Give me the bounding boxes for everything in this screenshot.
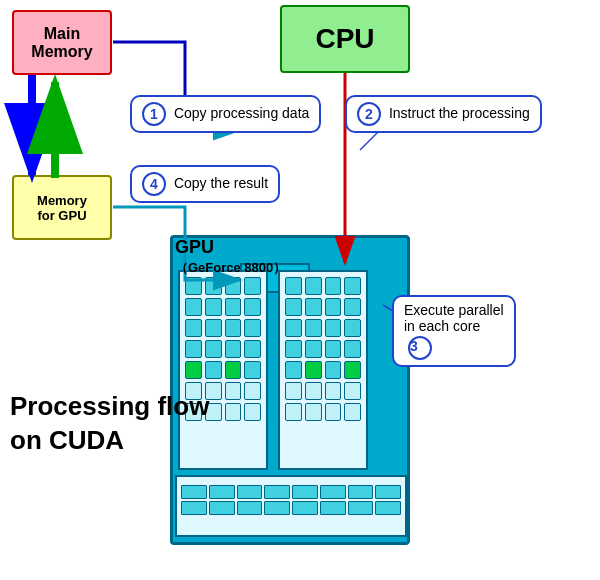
step1-text: Copy processing data xyxy=(174,105,309,121)
bottom-cell xyxy=(181,485,207,499)
core-cell-light xyxy=(344,382,361,400)
bottom-cell xyxy=(209,501,235,515)
core-cell xyxy=(205,277,222,295)
processing-flow-text: Processing flow on CUDA xyxy=(10,390,209,458)
processing-flow-line1: Processing flow xyxy=(10,390,209,424)
core-cell xyxy=(325,298,342,316)
gpu-inner-right xyxy=(278,270,368,470)
bottom-cell xyxy=(292,485,318,499)
core-cell xyxy=(205,340,222,358)
core-cell xyxy=(244,319,261,337)
step-1-circle: 1 xyxy=(142,102,166,126)
bottom-cell xyxy=(264,501,290,515)
core-cell xyxy=(285,298,302,316)
core-cell xyxy=(305,298,322,316)
core-cell-light xyxy=(344,403,361,421)
core-cell-green xyxy=(305,361,322,379)
core-cell xyxy=(185,277,202,295)
core-cell xyxy=(325,361,342,379)
core-cell xyxy=(344,298,361,316)
core-cell xyxy=(225,340,242,358)
step-3-circle: 3 xyxy=(408,336,432,360)
bottom-cell xyxy=(320,485,346,499)
core-cell-light xyxy=(305,382,322,400)
bottom-cell xyxy=(375,501,401,515)
callout-step1: 1 Copy processing data xyxy=(130,95,321,133)
core-cell-light xyxy=(285,382,302,400)
core-cell xyxy=(285,361,302,379)
core-cell-light xyxy=(325,382,342,400)
core-cell xyxy=(185,340,202,358)
core-cell xyxy=(344,340,361,358)
gpu-memory-label: Memoryfor GPU xyxy=(37,193,87,223)
core-cell xyxy=(205,319,222,337)
core-cell xyxy=(205,361,222,379)
core-cell xyxy=(225,298,242,316)
core-cell-light xyxy=(325,403,342,421)
core-cell xyxy=(325,277,342,295)
core-cell xyxy=(325,319,342,337)
step-4-circle: 4 xyxy=(142,172,166,196)
cpu-box: CPU xyxy=(280,5,410,73)
core-cell xyxy=(244,277,261,295)
bottom-cell xyxy=(181,501,207,515)
core-cell xyxy=(325,340,342,358)
core-cell xyxy=(185,319,202,337)
step-2-circle: 2 xyxy=(357,102,381,126)
core-cell xyxy=(305,277,322,295)
bottom-cell xyxy=(375,485,401,499)
step3-text: Execute parallelin each core xyxy=(404,302,504,334)
core-cell xyxy=(285,340,302,358)
core-cell xyxy=(305,340,322,358)
gpu-bottom-area xyxy=(175,475,407,537)
core-cell-green xyxy=(344,361,361,379)
bottom-cell xyxy=(292,501,318,515)
core-cell xyxy=(305,319,322,337)
callout-step2: 2 Instruct the processing xyxy=(345,95,542,133)
core-cell xyxy=(244,298,261,316)
cpu-label: CPU xyxy=(315,23,374,55)
core-cell-light xyxy=(285,403,302,421)
core-cell xyxy=(225,277,242,295)
gpu-memory-box: Memoryfor GPU xyxy=(12,175,112,240)
diagram: Main Memory CPU Memoryfor GPU GPU （GeFor… xyxy=(0,0,600,580)
core-cell xyxy=(225,319,242,337)
bottom-cell xyxy=(209,485,235,499)
core-cell-light xyxy=(244,403,261,421)
core-cell xyxy=(344,319,361,337)
core-cell xyxy=(344,277,361,295)
core-cell-light xyxy=(225,382,242,400)
bottom-cell xyxy=(237,501,263,515)
main-memory-label: Main Memory xyxy=(14,25,110,61)
main-memory-box: Main Memory xyxy=(12,10,112,75)
step2-text: Instruct the processing xyxy=(389,105,530,121)
core-cell xyxy=(244,361,261,379)
core-cell xyxy=(285,277,302,295)
callout-step4: 4 Copy the result xyxy=(130,165,280,203)
core-cell xyxy=(205,298,222,316)
core-cell-light xyxy=(225,403,242,421)
bottom-cell xyxy=(348,501,374,515)
core-cell-light xyxy=(305,403,322,421)
core-cell-light xyxy=(244,382,261,400)
core-cell-green xyxy=(225,361,242,379)
core-cell-green xyxy=(185,361,202,379)
processing-flow-line2: on CUDA xyxy=(10,424,209,458)
bottom-cell xyxy=(237,485,263,499)
bottom-cell xyxy=(264,485,290,499)
bottom-cell xyxy=(348,485,374,499)
bottom-cell xyxy=(320,501,346,515)
core-cell xyxy=(185,298,202,316)
step4-text: Copy the result xyxy=(174,175,268,191)
core-cell xyxy=(285,319,302,337)
gpu-label: GPU （GeForce 8800） xyxy=(175,237,286,277)
callout-step3: Execute parallelin each core 3 xyxy=(392,295,516,367)
core-cell xyxy=(244,340,261,358)
